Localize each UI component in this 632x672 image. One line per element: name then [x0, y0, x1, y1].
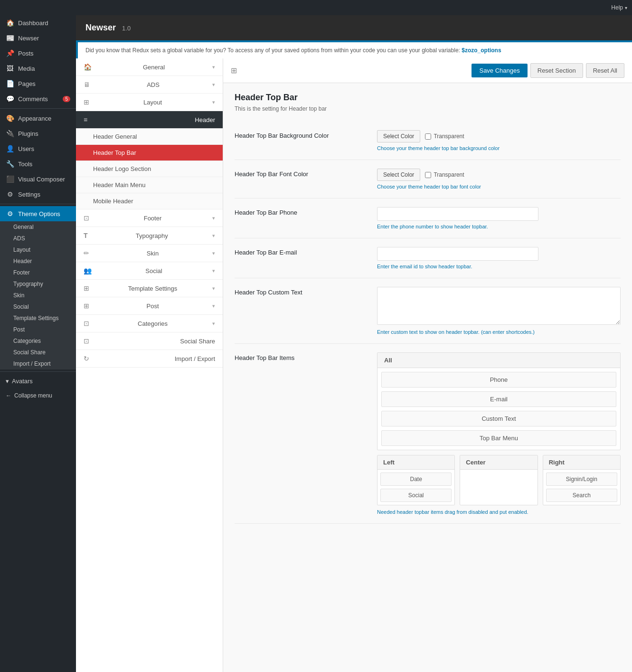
options-toolbar: ⊞ Save Changes Reset Section Reset All: [223, 58, 632, 83]
nav-item-skin[interactable]: ✏ Skin ▾: [76, 245, 223, 262]
sidebar-item-visual-composer[interactable]: ⬛ Visual Composer: [0, 171, 76, 187]
layout-arrow-icon: ▾: [212, 99, 215, 105]
nav-item-footer[interactable]: ⊡ Footer ▾: [76, 209, 223, 227]
pages-icon: 📄: [6, 80, 14, 87]
options-layout: 🏠 General ▾ 🖥 ADS ▾ ⊞ Layout ▾ ≡ Header: [76, 58, 632, 672]
sortable-col-center: Center: [460, 455, 538, 505]
section-content: Header Top Bar This is the setting for H…: [223, 83, 632, 533]
nav-item-social[interactable]: 👥 Social ▾: [76, 262, 223, 280]
nav-subitem-header-main-menu[interactable]: Header Main Menu: [76, 177, 223, 193]
sidebar-item-users[interactable]: 👤 Users: [0, 141, 76, 156]
sidebar-subitem-post[interactable]: Post: [0, 324, 76, 335]
font-color-transparent-label[interactable]: Transparent: [425, 171, 464, 178]
nav-item-social-share[interactable]: ⊡ Social Share: [76, 332, 223, 350]
sidebar-subitem-social-share[interactable]: Social Share: [0, 347, 76, 358]
posts-icon: 📌: [6, 49, 14, 57]
nav-item-post[interactable]: ⊞ Post ▾: [76, 297, 223, 315]
sortable-item-email[interactable]: E-mail: [381, 391, 616, 407]
bg-color-select-button[interactable]: Select Color: [377, 130, 420, 142]
font-color-select-button[interactable]: Select Color: [377, 169, 420, 181]
nav-item-template-settings[interactable]: ⊞ Template Settings ▾: [76, 280, 223, 297]
sidebar-label-settings: Settings: [18, 191, 40, 198]
sidebar-subitem-ads[interactable]: ADS: [0, 233, 76, 244]
sidebar-item-plugins[interactable]: 🔌 Plugins: [0, 126, 76, 141]
bg-color-transparent-label[interactable]: Transparent: [425, 133, 464, 140]
ads-arrow-icon: ▾: [212, 82, 215, 88]
email-input[interactable]: [377, 247, 538, 261]
bg-color-row: Select Color Transparent: [377, 130, 621, 142]
sidebar-item-media[interactable]: 🖼 Media: [0, 61, 76, 76]
sidebar-item-appearance[interactable]: 🎨 Appearance: [0, 111, 76, 126]
sortable-col-item-signin[interactable]: Signin/Login: [546, 473, 617, 486]
save-changes-button[interactable]: Save Changes: [472, 64, 527, 77]
toolbar-right: Save Changes Reset Section Reset All: [472, 63, 624, 78]
bg-color-transparent-checkbox[interactable]: [425, 133, 431, 140]
sortable-col-item-social[interactable]: Social: [380, 489, 452, 502]
sidebar-subitem-footer[interactable]: Footer: [0, 267, 76, 278]
reset-section-button[interactable]: Reset Section: [530, 63, 583, 78]
comments-icon: 💬: [6, 95, 14, 103]
bg-color-control: Select Color Transparent Choose your the…: [377, 130, 621, 151]
sidebar-item-settings[interactable]: ⚙ Settings: [0, 187, 76, 202]
nav-item-header[interactable]: ≡ Header: [76, 111, 223, 129]
sidebar-item-pages[interactable]: 📄 Pages: [0, 76, 76, 91]
sidebar-subitem-template-settings[interactable]: Template Settings: [0, 312, 76, 324]
sidebar-subitem-header[interactable]: Header: [0, 256, 76, 267]
sidebar-subitem-import-export[interactable]: Import / Export: [0, 358, 76, 369]
nav-item-categories[interactable]: ⊡ Categories ▾: [76, 315, 223, 332]
skin-arrow-icon: ▾: [212, 250, 215, 256]
nav-subitem-header-logo[interactable]: Header Logo Section: [76, 161, 223, 177]
items-control: All Phone E-mail Custom Text Top Bar Men…: [377, 352, 621, 515]
nav-item-ads[interactable]: 🖥 ADS ▾: [76, 76, 223, 94]
sidebar-item-theme-options[interactable]: ⚙ Theme Options: [0, 206, 76, 221]
sidebar-subitem-typography[interactable]: Typography: [0, 278, 76, 290]
custom-text-input[interactable]: [377, 287, 621, 325]
nav-subitem-header-general[interactable]: Header General: [76, 129, 223, 145]
sidebar-item-dashboard[interactable]: 🏠 Dashboard: [0, 15, 76, 30]
newser-icon: 📰: [6, 34, 14, 42]
sidebar-item-newser[interactable]: 📰 Newser: [0, 30, 76, 46]
grid-view-icon[interactable]: ⊞: [231, 66, 237, 75]
collapse-icon: ←: [6, 392, 11, 399]
sortable-col-item-date[interactable]: Date: [380, 473, 452, 486]
sortable-item-phone[interactable]: Phone: [381, 372, 616, 388]
nav-item-import-export[interactable]: ↻ Import / Export: [76, 350, 223, 368]
email-control: Enter the email id to show header topbar…: [377, 247, 621, 269]
sortable-col-left: Left Date Social: [377, 455, 455, 505]
social-nav-icon: 👥: [84, 267, 92, 274]
sortable-col-item-search[interactable]: Search: [546, 489, 617, 502]
sidebar-item-tools[interactable]: 🔧 Tools: [0, 156, 76, 171]
sidebar-subitem-general[interactable]: General: [0, 221, 76, 233]
sidebar-item-comments[interactable]: 💬 Comments 5: [0, 91, 76, 106]
sidebar-subitem-categories[interactable]: Categories: [0, 335, 76, 347]
options-sidebar: 🏠 General ▾ 🖥 ADS ▾ ⊞ Layout ▾ ≡ Header: [76, 58, 223, 672]
footer-arrow-icon: ▾: [212, 215, 215, 221]
typography-nav-icon: T: [84, 232, 88, 239]
nav-item-typography[interactable]: T Typography ▾: [76, 227, 223, 245]
toolbar-left: ⊞: [231, 66, 237, 75]
nav-item-general[interactable]: 🏠 General ▾: [76, 58, 223, 76]
sidebar-collapse-menu[interactable]: ← Collapse menu: [0, 388, 76, 403]
sidebar-subitem-skin[interactable]: Skin: [0, 290, 76, 301]
nav-item-layout[interactable]: ⊞ Layout ▾: [76, 94, 223, 111]
sidebar-subitem-layout[interactable]: Layout: [0, 244, 76, 256]
sidebar-subitem-social[interactable]: Social: [0, 301, 76, 312]
nav-subitem-mobile-header[interactable]: Mobile Header: [76, 193, 223, 209]
sidebar-item-posts[interactable]: 📌 Posts: [0, 46, 76, 61]
section-title: Header Top Bar: [235, 93, 621, 103]
sortable-item-top-bar-menu[interactable]: Top Bar Menu: [381, 430, 616, 446]
help-button[interactable]: Help: [611, 4, 627, 11]
theme-options-submenu: General ADS Layout Header Footer Typogra…: [0, 221, 76, 369]
reset-all-button[interactable]: Reset All: [586, 63, 624, 78]
tools-icon: 🔧: [6, 160, 14, 168]
items-label: Header Top Bar Items: [235, 352, 368, 361]
nav-subitem-header-top-bar[interactable]: Header Top Bar: [76, 145, 223, 161]
phone-input[interactable]: [377, 207, 538, 221]
font-color-transparent-checkbox[interactable]: [425, 172, 431, 178]
main-content: Newser 1.0 Did you know that Redux sets …: [76, 0, 632, 672]
sortable-item-custom-text[interactable]: Custom Text: [381, 411, 616, 426]
nav-label-social: Social: [145, 267, 162, 274]
sortable-all-header: All: [377, 353, 620, 368]
sidebar-item-avatars[interactable]: ▾ Avatars: [0, 374, 76, 388]
sidebar-label-media: Media: [18, 65, 35, 72]
